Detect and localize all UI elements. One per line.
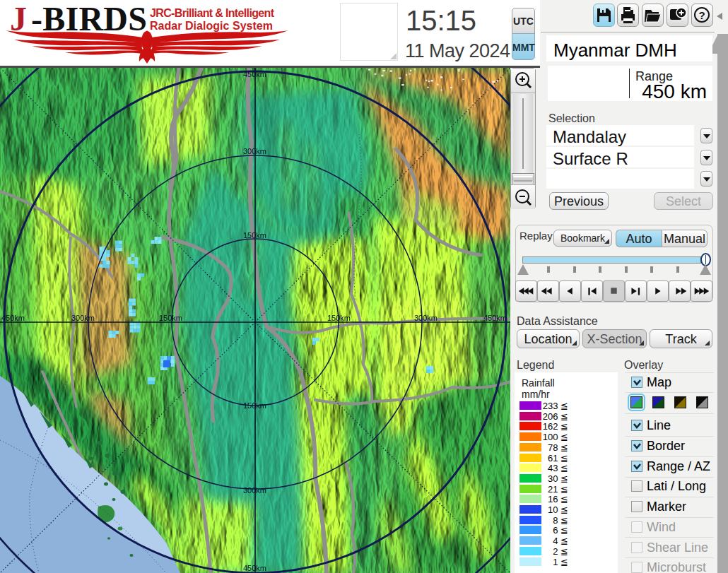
svg-text:450km: 450km: [483, 314, 507, 322]
svg-text:-BIRDS: -BIRDS: [31, 0, 147, 37]
svg-text:450km: 450km: [243, 564, 266, 572]
svg-text:300km: 300km: [243, 486, 266, 495]
svg-text:450km: 450km: [1, 314, 25, 322]
svg-text:150km: 150km: [327, 314, 351, 322]
svg-text:150km: 150km: [159, 314, 182, 322]
svg-text:450km: 450km: [243, 70, 266, 78]
svg-text:150km: 150km: [243, 231, 266, 240]
svg-text:150km: 150km: [243, 401, 266, 410]
svg-text:300km: 300km: [414, 314, 438, 322]
svg-text:?: ?: [698, 9, 705, 21]
svg-text:300km: 300km: [243, 147, 266, 155]
svg-text:Radar Dialogic System: Radar Dialogic System: [150, 20, 273, 32]
svg-text:JRC-Brilliant & Intelligent: JRC-Brilliant & Intelligent: [150, 7, 275, 19]
svg-text:300km: 300km: [71, 314, 95, 322]
